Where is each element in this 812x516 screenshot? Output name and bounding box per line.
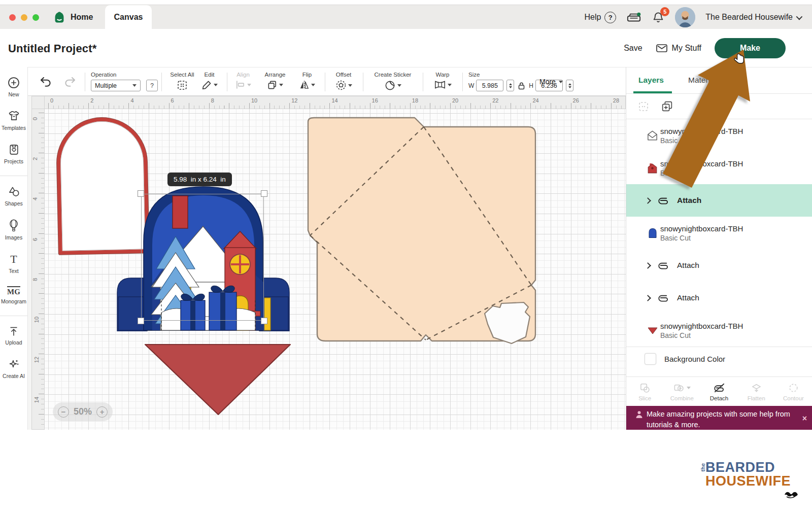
- sidebar-item-create-ai[interactable]: Create AI: [0, 358, 27, 379]
- account-menu[interactable]: The Bearded Housewife: [705, 13, 801, 22]
- design-canvas[interactable]: 0246810121416182022242628 02468101214: [28, 96, 626, 430]
- ruler-number: 10: [251, 97, 257, 104]
- operation-value: Multiple: [95, 82, 117, 89]
- sidebar-item-text[interactable]: T Text: [0, 253, 27, 274]
- caret-down-icon: [279, 84, 283, 86]
- slice-button: Slice: [626, 377, 663, 406]
- notification-badge: 5: [660, 7, 669, 16]
- create-sticker-button[interactable]: Create Sticker: [367, 72, 419, 91]
- help-menu[interactable]: Help ?: [584, 12, 616, 23]
- ruler-number: 18: [412, 97, 418, 104]
- width-stepper[interactable]: [506, 80, 514, 91]
- tab-canvas-label: Canvas: [114, 13, 143, 22]
- caret-down-icon: [348, 84, 352, 87]
- sidebar-item-shapes[interactable]: Shapes: [0, 185, 27, 207]
- selection-handle[interactable]: [138, 190, 144, 197]
- save-button[interactable]: Save: [624, 44, 642, 53]
- selection-handle[interactable]: [261, 318, 267, 324]
- undo-button[interactable]: [39, 76, 52, 88]
- red-triangle-shape[interactable]: [144, 343, 292, 416]
- caret-down-icon: [448, 84, 452, 86]
- layer-thumb-blue-arch-icon: [646, 225, 659, 240]
- chevron-right-icon[interactable]: [645, 197, 651, 204]
- ruler-number: 28: [613, 97, 619, 104]
- traffic-lights: [9, 14, 39, 21]
- sidebar-label: New: [8, 91, 19, 97]
- width-input[interactable]: 5.985: [476, 80, 503, 91]
- banner-close-icon[interactable]: ×: [802, 412, 807, 424]
- account-name: The Bearded Housewife: [705, 13, 793, 22]
- lock-icon[interactable]: [518, 82, 525, 90]
- sticker-icon: [384, 80, 396, 91]
- ruler-number: 26: [573, 97, 579, 104]
- attach-group-row[interactable]: Attach: [626, 249, 812, 282]
- zoom-window-button[interactable]: [32, 14, 39, 21]
- contour-label: Contour: [783, 395, 804, 401]
- flatten-label: Flatten: [748, 395, 765, 401]
- flip-button[interactable]: Flip: [294, 72, 320, 90]
- caret-down-icon: [214, 84, 218, 86]
- watermark-line1: BEARDED: [705, 461, 775, 474]
- more-button[interactable]: More: [539, 78, 563, 86]
- canvas-grid[interactable]: 5.98 in x 6.24 in − 50% +: [45, 109, 626, 430]
- align-button: Align: [230, 72, 256, 90]
- background-color-row[interactable]: Background Color: [626, 347, 812, 370]
- sidebar-item-monogram[interactable]: MG Monogram: [0, 286, 27, 304]
- selection-handle[interactable]: [138, 318, 144, 324]
- warp-button[interactable]: Warp: [427, 72, 458, 90]
- tab-canvas[interactable]: Canvas: [105, 5, 152, 29]
- ruler-number: 6: [32, 238, 38, 241]
- selection-box[interactable]: [141, 194, 264, 321]
- sidebar-item-upload[interactable]: Upload: [0, 325, 27, 346]
- detach-button[interactable]: Detach: [700, 377, 737, 406]
- height-stepper[interactable]: [566, 80, 573, 91]
- create-sticker-label: Create Sticker: [367, 72, 419, 78]
- zoom-out-button[interactable]: −: [58, 406, 69, 418]
- operation-help-button[interactable]: ?: [146, 80, 158, 91]
- selection-handle[interactable]: [261, 190, 267, 197]
- sidebar-item-images[interactable]: Images: [0, 219, 27, 240]
- sidebar-label: Templates: [2, 125, 26, 131]
- close-window-button[interactable]: [9, 14, 16, 21]
- layer-row[interactable]: snowynightboxcard-TBH Basic Cut: [626, 217, 812, 249]
- edit-toolbar: Operation Multiple ? Select All Edit: [28, 67, 626, 96]
- paperclip-icon: [657, 260, 670, 271]
- layer-tools-bar: Slice Combine Detach Flatten Contour: [626, 376, 812, 406]
- layer-thumb-red-triangle-icon: [646, 323, 659, 338]
- align-icon: [235, 80, 246, 90]
- minimize-window-button[interactable]: [21, 14, 27, 21]
- sidebar-item-new[interactable]: New: [0, 76, 27, 97]
- avatar[interactable]: [675, 7, 695, 27]
- background-color-swatch[interactable]: [645, 353, 656, 365]
- paperclip-icon: [657, 292, 670, 303]
- offset-button[interactable]: Offset: [328, 72, 359, 91]
- machine-icon[interactable]: [626, 10, 641, 24]
- ruler-number: 24: [532, 97, 538, 104]
- sidebar-label: Create AI: [3, 373, 25, 379]
- chevron-right-icon[interactable]: [645, 262, 651, 269]
- combine-icon: [673, 382, 685, 394]
- combine-button: Combine: [663, 377, 700, 406]
- layer-title: snowynightboxcard-TBH: [660, 322, 743, 330]
- layer-row[interactable]: snowynightboxcard-TBH Basic Cut: [626, 314, 812, 347]
- chevron-right-icon[interactable]: [645, 295, 651, 301]
- caret-down-icon: [559, 81, 563, 83]
- envelope-template-shape[interactable]: [306, 115, 538, 346]
- redo-button[interactable]: [63, 76, 77, 88]
- sidebar-item-projects[interactable]: Projects: [0, 143, 27, 164]
- attach-label: Attach: [677, 293, 699, 302]
- sidebar-item-templates[interactable]: Templates: [0, 110, 27, 131]
- attach-group-row[interactable]: Attach: [626, 282, 812, 314]
- arrange-button[interactable]: Arrange: [259, 72, 291, 90]
- operation-select[interactable]: Multiple: [91, 80, 141, 91]
- tab-home[interactable]: Home: [53, 5, 93, 29]
- notifications-button[interactable]: 5: [652, 11, 665, 24]
- edit-button[interactable]: Edit: [195, 72, 223, 90]
- contour-icon: [788, 382, 799, 394]
- zoom-in-button[interactable]: +: [96, 406, 108, 418]
- vertical-ruler: 02468101214: [31, 109, 45, 430]
- annotation-arrow: [657, 42, 759, 204]
- arrange-label: Arrange: [259, 72, 291, 78]
- ruler-number: 8: [211, 97, 214, 104]
- warp-label: Warp: [427, 72, 458, 78]
